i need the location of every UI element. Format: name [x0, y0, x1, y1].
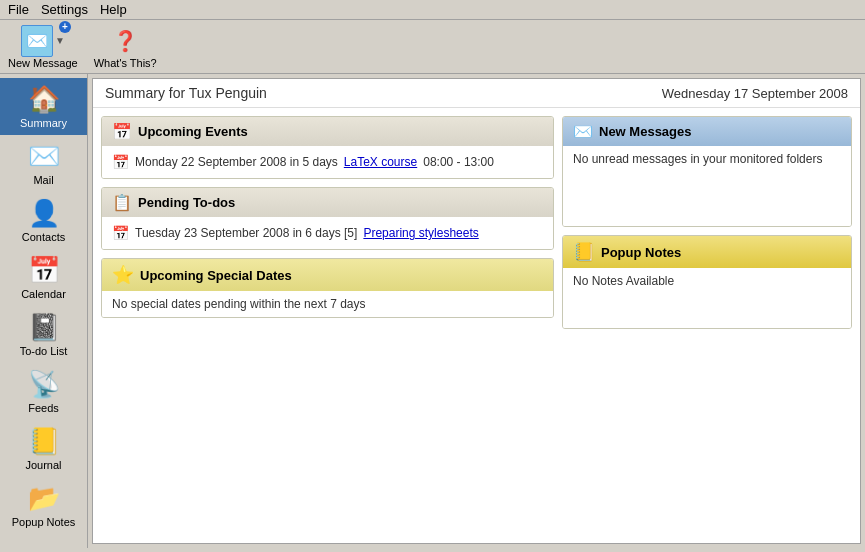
menu-help[interactable]: Help — [100, 2, 127, 17]
sidebar-label-contacts: Contacts — [22, 231, 65, 243]
new-messages-header: ✉️ New Messages — [563, 117, 851, 146]
pending-todos-icon: 📋 — [112, 193, 132, 212]
sidebar: 🏠 Summary ✉️ Mail 👤 Contacts 📅 Calendar … — [0, 74, 88, 548]
new-message-icon: ✉️ + — [21, 25, 53, 57]
event-prefix-1: Monday 22 September 2008 in 5 days — [135, 155, 338, 169]
upcoming-events-content: 📅 Monday 22 September 2008 in 5 days LaT… — [102, 146, 553, 178]
todo-item-icon: 📅 — [112, 225, 129, 241]
whats-this-icon: ❓ — [109, 25, 141, 57]
content-area: Summary for Tux Penguin Wednesday 17 Sep… — [92, 78, 861, 544]
event-suffix-1: 08:00 - 13:00 — [423, 155, 494, 169]
popup-notes-icon: 📂 — [28, 483, 60, 514]
pending-todos-content: 📅 Tuesday 23 September 2008 in 6 days [5… — [102, 217, 553, 249]
upcoming-events-header: 📅 Upcoming Events — [102, 117, 553, 146]
sidebar-label-calendar: Calendar — [21, 288, 66, 300]
content-header: Summary for Tux Penguin Wednesday 17 Sep… — [93, 79, 860, 108]
popup-notes-title: Popup Notes — [601, 245, 681, 260]
sidebar-label-mail: Mail — [33, 174, 53, 186]
no-notes-text: No Notes Available — [573, 274, 674, 288]
upcoming-special-header: ⭐ Upcoming Special Dates — [102, 259, 553, 291]
sidebar-item-popup-notes[interactable]: 📂 Popup Notes — [0, 477, 87, 534]
sidebar-item-mail[interactable]: ✉️ Mail — [0, 135, 87, 192]
journal-icon: 📒 — [28, 426, 60, 457]
upcoming-events-cal-icon: 📅 — [112, 122, 132, 141]
popup-notes-note-icon: 📒 — [573, 241, 595, 263]
pending-todos-section: 📋 Pending To-dos 📅 Tuesday 23 September … — [101, 187, 554, 250]
mail-icon: ✉️ — [28, 141, 60, 172]
star-icon: ⭐ — [112, 264, 134, 286]
plus-badge: + — [59, 21, 71, 33]
popup-notes-section: 📒 Popup Notes No Notes Available — [562, 235, 852, 329]
sidebar-item-contacts[interactable]: 👤 Contacts — [0, 192, 87, 249]
popup-notes-header: 📒 Popup Notes — [563, 236, 851, 268]
sidebar-item-summary[interactable]: 🏠 Summary — [0, 78, 87, 135]
new-message-button[interactable]: ✉️ + ▼ New Message — [8, 25, 78, 69]
sidebar-label-summary: Summary — [20, 117, 67, 129]
sidebar-label-feeds: Feeds — [28, 402, 59, 414]
sidebar-item-journal[interactable]: 📒 Journal — [0, 420, 87, 477]
event-cal-icon: 📅 — [112, 154, 129, 170]
feeds-icon: 📡 — [28, 369, 60, 400]
upcoming-special-title: Upcoming Special Dates — [140, 268, 292, 283]
no-special-dates-text: No special dates pending within the next… — [112, 297, 366, 311]
new-messages-mail-icon: ✉️ — [573, 122, 593, 141]
todo-link-1[interactable]: Preparing stylesheets — [363, 226, 478, 240]
event-row-1: 📅 Monday 22 September 2008 in 5 days LaT… — [112, 152, 543, 172]
todo-row-1: 📅 Tuesday 23 September 2008 in 6 days [5… — [112, 223, 543, 243]
popup-notes-content: No Notes Available — [563, 268, 851, 328]
right-column: ✉️ New Messages No unread messages in yo… — [562, 116, 852, 535]
content-body: 📅 Upcoming Events 📅 Monday 22 September … — [93, 108, 860, 543]
new-messages-content: No unread messages in your monitored fol… — [563, 146, 851, 226]
calendar-icon: 📅 — [28, 255, 60, 286]
sidebar-item-calendar[interactable]: 📅 Calendar — [0, 249, 87, 306]
todo-prefix-1: Tuesday 23 September 2008 in 6 days [5] — [135, 226, 357, 240]
new-message-label: New Message — [8, 57, 78, 69]
sidebar-label-todo: To-do List — [20, 345, 68, 357]
new-messages-title: New Messages — [599, 124, 692, 139]
toolbar: ✉️ + ▼ New Message ❓ What's This? — [0, 20, 865, 74]
whats-this-label: What's This? — [94, 57, 157, 69]
no-unread-text: No unread messages in your monitored fol… — [573, 152, 822, 166]
menu-settings[interactable]: Settings — [41, 2, 88, 17]
whats-this-button[interactable]: ❓ What's This? — [94, 25, 157, 69]
page-title: Summary for Tux Penguin — [105, 85, 267, 101]
summary-icon: 🏠 — [28, 84, 60, 115]
new-messages-section: ✉️ New Messages No unread messages in yo… — [562, 116, 852, 227]
upcoming-special-section: ⭐ Upcoming Special Dates No special date… — [101, 258, 554, 318]
menu-file[interactable]: File — [8, 2, 29, 17]
left-column: 📅 Upcoming Events 📅 Monday 22 September … — [101, 116, 554, 535]
sidebar-label-journal: Journal — [25, 459, 61, 471]
sidebar-item-todo[interactable]: 📓 To-do List — [0, 306, 87, 363]
pending-todos-header: 📋 Pending To-dos — [102, 188, 553, 217]
header-date: Wednesday 17 September 2008 — [662, 86, 848, 101]
upcoming-special-content: No special dates pending within the next… — [102, 291, 553, 317]
pending-todos-title: Pending To-dos — [138, 195, 235, 210]
dropdown-arrow[interactable]: ▼ — [55, 35, 65, 46]
sidebar-label-popup-notes: Popup Notes — [12, 516, 76, 528]
event-link-1[interactable]: LaTeX course — [344, 155, 417, 169]
upcoming-events-title: Upcoming Events — [138, 124, 248, 139]
sidebar-item-feeds[interactable]: 📡 Feeds — [0, 363, 87, 420]
upcoming-events-section: 📅 Upcoming Events 📅 Monday 22 September … — [101, 116, 554, 179]
contacts-icon: 👤 — [28, 198, 60, 229]
main-layout: 🏠 Summary ✉️ Mail 👤 Contacts 📅 Calendar … — [0, 74, 865, 548]
todo-icon: 📓 — [28, 312, 60, 343]
menubar: File Settings Help — [0, 0, 865, 20]
